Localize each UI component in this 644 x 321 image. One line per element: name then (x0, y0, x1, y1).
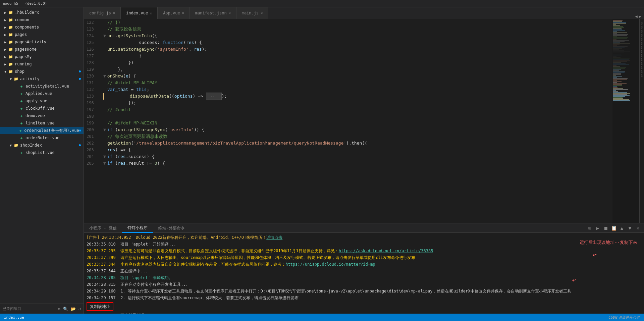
sidebar-item-pagesHome[interactable]: ▶📁pagesHome (0, 46, 84, 53)
sidebar-item-pagesMy[interactable]: ▶📁pagesMy (0, 53, 84, 60)
code-line-132[interactable]: var _that = this; (103, 86, 610, 93)
tree-label-orderRules: orderRules(备份有用).vue (24, 128, 79, 133)
tab-manifest[interactable]: manifest.json✕ (190, 7, 236, 19)
dot-badge-shopIndex (79, 144, 81, 146)
tab-close-app[interactable]: ✕ (182, 11, 184, 15)
tree-arrow-running: ▶ (3, 62, 8, 66)
nav-right-icon[interactable]: ▶ (639, 14, 641, 19)
main-area: ▶📁.hbuilderx▶📁common▶📁components▶📁pages▶… (0, 7, 644, 314)
tabs-right: ◀ ▶ (633, 14, 644, 19)
sidebar-item-pagesActivity[interactable]: ▶📁pagesActivity (0, 38, 84, 46)
fold-indicator[interactable]: ▼ (103, 160, 106, 167)
console-line-10: 20:36:47.275 正在差量编译... (87, 312, 641, 314)
tab-close-config[interactable]: ✕ (113, 11, 115, 15)
console-line-4: 20:33:37.344 小程序各家浏览器内核及自定义组件实现机制存在差异，可能… (87, 261, 641, 268)
sidebar-item-orderRulesJs[interactable]: ◈orderRules.vue (0, 134, 84, 142)
code-line-205[interactable]: ▼ if (res.result != 0) { (103, 160, 610, 167)
sidebar-item-running[interactable]: ▶📁running (0, 60, 84, 68)
panel-icon-3[interactable]: ⏹ (602, 225, 609, 231)
panel-icon-5[interactable]: ▲ (619, 225, 625, 231)
code-line-123[interactable]: // 获取设备信息 (103, 26, 610, 33)
code-line-127[interactable]: } (103, 53, 610, 59)
code-line-196[interactable]: }); (103, 100, 610, 106)
code-line-198[interactable] (103, 113, 610, 120)
console-link-warn-2[interactable]: https://ask.dcloud.net.cn/article/36385 (339, 249, 433, 253)
folder-icon-pages: 📁 (8, 32, 13, 37)
nav-left-icon[interactable]: ◀ (635, 14, 638, 19)
fold-indicator[interactable]: ▼ (103, 126, 106, 133)
copy-address-box[interactable]: 复制该地址 (87, 302, 113, 311)
tree-arrow-common: ▶ (3, 18, 8, 22)
panel-icon-6[interactable]: ▼ (627, 225, 633, 231)
code-line-124[interactable]: ▼ uni.getSystemInfo({ (103, 33, 610, 39)
code-line-203[interactable]: res) => { (103, 147, 610, 153)
tree-arrow-pagesHome: ▶ (3, 48, 8, 51)
fold-indicator[interactable]: ▼ (103, 153, 106, 160)
line-number-130: 130 (87, 73, 98, 79)
line-number-124: 124 (87, 33, 98, 39)
tree-label-pagesActivity: pagesActivity (15, 40, 84, 44)
code-line-201[interactable]: // 每次进页面更新消息未读数 (103, 133, 610, 140)
line-number-122: 122 (87, 19, 98, 26)
search-icon[interactable]: 🔍 (63, 307, 68, 311)
code-line-133[interactable]: disposeAuthData((options) => ... ); (103, 93, 610, 100)
tab-index[interactable]: index.vue✕ (121, 7, 158, 19)
fold-indicator[interactable]: ▼ (103, 33, 106, 39)
code-line-126[interactable]: uni.setStorageSync('systemInfo', res); (103, 46, 610, 53)
console-link-ad[interactable]: 详情点击 (266, 235, 282, 240)
tab-main[interactable]: main.js✕ (236, 7, 269, 19)
tab-app[interactable]: App.vue✕ (158, 7, 190, 19)
fold-indicator[interactable]: ▼ (103, 73, 106, 79)
tab-close-index[interactable]: ✕ (150, 11, 152, 15)
tree-label-apply: apply.vue (25, 99, 84, 103)
sidebar-item-demo[interactable]: ◈demo.vue (0, 112, 84, 119)
sidebar-item-lineItem[interactable]: ◈lineItem.vue (0, 119, 84, 127)
code-line-130[interactable]: ▼ onShow(e) { (103, 73, 610, 79)
code-line-125[interactable]: success: function(res) { (103, 39, 610, 46)
panel-icon-1[interactable]: ⊞ (586, 225, 593, 231)
tab-config[interactable]: config.js✕ (84, 7, 121, 19)
bottom-tab-miniapp-weixin[interactable]: 小程序 - 微信 (84, 223, 122, 233)
panel-icon-4[interactable]: 📋 (610, 225, 617, 231)
sidebar-item-hbuilderx[interactable]: ▶📁.hbuilderx (0, 9, 84, 16)
bottom-tab-nail-miniapp[interactable]: 钉钉小程序 (122, 223, 153, 233)
code-content[interactable]: // }) // 获取设备信息▼ uni.getSystemInfo({ suc… (101, 19, 612, 223)
code-line-122[interactable]: // }) (103, 19, 610, 26)
sidebar-item-applied[interactable]: ◈Applied.vue (0, 90, 84, 97)
sidebar-item-shopIndex[interactable]: ▼📁shopIndex (0, 142, 84, 149)
sidebar-item-clockOff[interactable]: ◈clockOff.vue (0, 105, 84, 112)
sidebar-item-components[interactable]: ▶📁components (0, 23, 84, 31)
sidebar-item-activity[interactable]: ▼📁activity (0, 75, 84, 83)
sidebar-item-shop[interactable]: ▼📁shop (0, 68, 84, 75)
code-line-197[interactable]: // #endif (103, 106, 610, 113)
sidebar-item-apply[interactable]: ◈apply.vue (0, 97, 84, 105)
console-link-warn-4[interactable]: https://uniapp.dcloud.io/matter?id=mp (285, 262, 375, 267)
code-line-200[interactable]: ▼ if (uni.getStorageSync('userInfo')) { (103, 126, 610, 133)
panel-icon-2[interactable]: ▶ (594, 225, 601, 231)
tab-close-main[interactable]: ✕ (261, 11, 263, 15)
code-line-199[interactable]: // #ifdef MP-WEIXIN (103, 120, 610, 126)
code-line-131[interactable]: // #ifdef MP-ALIPAY (103, 79, 610, 86)
settings-icon[interactable]: ⚙ (58, 307, 60, 311)
sidebar-item-orderRules[interactable]: ◈orderRules(备份有用).vue (0, 127, 84, 134)
console-line-9: 20:34:29.157 2. 运行模式下不压缩代码且含有sourcemap，体… (87, 295, 641, 312)
panel-close[interactable]: ✕ (635, 225, 641, 231)
bottom-tab-terminal[interactable]: 终端-外部命令 (153, 223, 190, 233)
tab-label-manifest: manifest.json (195, 11, 227, 15)
sidebar-item-common[interactable]: ▶📁common (0, 16, 84, 23)
code-line-129[interactable]: }, (103, 66, 610, 73)
sidebar-item-pages[interactable]: ▶📁pages (0, 31, 84, 38)
tree-label-shopIndex: shopIndex (20, 143, 79, 148)
vue-icon-demo: ◈ (19, 113, 24, 118)
line-number-197: 197 (87, 106, 98, 113)
refresh-icon[interactable]: ↺ (78, 307, 81, 311)
code-line-128[interactable]: }) (103, 59, 610, 66)
tab-close-manifest[interactable]: ✕ (229, 11, 231, 15)
code-line-202[interactable]: getAction('/travelapplicationmanagement/… (103, 140, 610, 147)
console-line-3: 20:33:37.299 请注意运行模式下，因日志输出、sourcemap以及未… (87, 254, 641, 261)
folder-icon[interactable]: 📂 (71, 307, 76, 311)
code-line-204[interactable]: ▼ if (res.success) { (103, 153, 610, 160)
sidebar-item-activityDetail[interactable]: ◈activityDetail.vue (0, 83, 84, 90)
sidebar-item-shopList[interactable]: ◈shopList.vue (0, 149, 84, 156)
collapsed-code[interactable]: ... (206, 93, 222, 100)
